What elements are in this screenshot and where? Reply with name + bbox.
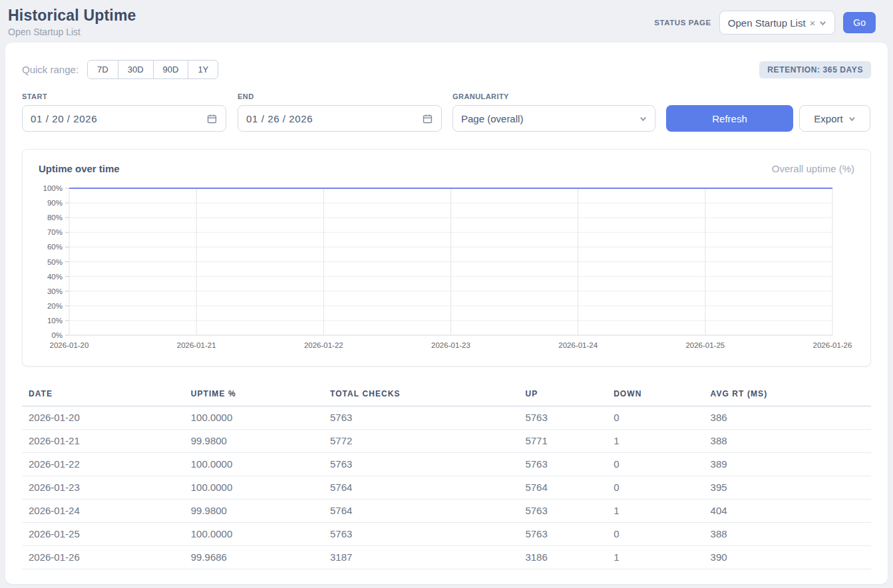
table-cell: 99.9686 (184, 546, 323, 569)
table-cell: 100.0000 (184, 476, 323, 500)
table-cell: 3186 (518, 546, 607, 569)
svg-text:50%: 50% (47, 258, 63, 266)
table-cell: 2026-01-23 (22, 476, 184, 500)
column-header-date: DATE (22, 382, 184, 406)
svg-text:90%: 90% (47, 199, 63, 207)
granularity-select[interactable]: Page (overall) (452, 105, 655, 132)
table-cell: 99.9800 (184, 500, 323, 523)
quick-range-1y-button[interactable]: 1Y (188, 61, 218, 78)
clear-icon[interactable]: × (810, 18, 816, 28)
table-cell: 0 (607, 523, 703, 546)
chart-title: Uptime over time (39, 163, 120, 174)
chevron-down-icon (848, 115, 856, 122)
uptime-table: DATE UPTIME % TOTAL CHECKS UP DOWN AVG R… (22, 382, 871, 569)
svg-text:2026-01-24: 2026-01-24 (558, 341, 598, 349)
table-cell: 3187 (323, 546, 518, 569)
svg-text:2026-01-26: 2026-01-26 (813, 341, 852, 349)
table-row: 2026-01-23100.0000576457640395 (22, 476, 871, 500)
table-cell: 2026-01-21 (22, 430, 184, 453)
refresh-button[interactable]: Refresh (666, 105, 793, 132)
table-cell: 5763 (323, 453, 518, 476)
filters-row: START 01 / 20 / 2026 END 01 / 26 / 2026 … (22, 92, 871, 132)
status-page-select[interactable]: Open Startup List × (719, 11, 836, 35)
table-row: 2026-01-2499.9800576457631404 (22, 500, 871, 523)
top-header: Historical Uptime Open Startup List STAT… (0, 0, 893, 43)
table-cell: 390 (704, 546, 871, 569)
table-cell: 5763 (323, 523, 518, 546)
table-row: 2026-01-25100.0000576357630388 (22, 523, 871, 546)
svg-text:2026-01-23: 2026-01-23 (431, 341, 470, 349)
uptime-line-chart: 0%10%20%30%40%50%60%70%80%90%100%2026-01… (39, 184, 854, 357)
quick-range-row: Quick range: 7D 30D 90D 1Y RETENTION: 36… (22, 60, 871, 79)
table-row: 2026-01-2199.9800577257711388 (22, 430, 871, 453)
table-cell: 5763 (518, 500, 607, 523)
table-cell: 2026-01-22 (22, 453, 184, 476)
uptime-chart-card: Uptime over time Overall uptime (%) 0%10… (22, 149, 871, 367)
column-header-uptime: UPTIME % (184, 382, 323, 406)
start-date-value: 01 / 20 / 2026 (31, 113, 97, 124)
end-date-label: END (238, 92, 441, 100)
go-button[interactable]: Go (843, 12, 876, 33)
status-page-label: STATUS PAGE (654, 19, 711, 27)
svg-text:20%: 20% (47, 302, 63, 310)
quick-range-label: Quick range: (22, 64, 79, 75)
table-row: 2026-01-22100.0000576357630389 (22, 453, 871, 476)
calendar-icon[interactable] (422, 113, 433, 124)
chevron-down-icon (639, 115, 647, 122)
svg-text:30%: 30% (47, 287, 63, 295)
export-button-label: Export (814, 113, 842, 124)
table-row: 2026-01-2699.9686318731861390 (22, 546, 871, 569)
column-header-down: DOWN (607, 382, 703, 406)
table-cell: 1 (607, 430, 703, 453)
quick-range-group: 7D 30D 90D 1Y (87, 60, 218, 79)
export-button[interactable]: Export (799, 105, 870, 132)
header-right: STATUS PAGE Open Startup List × Go (654, 11, 876, 35)
table-cell: 5763 (323, 406, 518, 430)
table-header: DATE UPTIME % TOTAL CHECKS UP DOWN AVG R… (22, 382, 871, 406)
chart-legend: Overall uptime (%) (772, 163, 854, 174)
table-cell: 5764 (323, 500, 518, 523)
table-cell: 5772 (323, 430, 518, 453)
chevron-down-icon (819, 19, 826, 27)
main-panel: Quick range: 7D 30D 90D 1Y RETENTION: 36… (5, 43, 888, 584)
svg-text:40%: 40% (47, 273, 63, 281)
table-cell: 2026-01-25 (22, 523, 184, 546)
chart-canvas: 0%10%20%30%40%50%60%70%80%90%100%2026-01… (39, 184, 854, 354)
table-body: 2026-01-20100.00005763576303862026-01-21… (22, 406, 871, 569)
end-date-input[interactable]: 01 / 26 / 2026 (238, 105, 442, 132)
svg-text:70%: 70% (47, 228, 63, 236)
end-date-field: END 01 / 26 / 2026 (238, 92, 441, 132)
table-cell: 2026-01-26 (22, 546, 184, 569)
calendar-icon[interactable] (206, 113, 218, 124)
table-row: 2026-01-20100.0000576357630386 (22, 406, 871, 430)
table-cell: 404 (704, 500, 871, 523)
quick-range-90d-button[interactable]: 90D (153, 61, 188, 78)
svg-text:100%: 100% (43, 184, 63, 192)
table-cell: 5763 (518, 453, 607, 476)
table-cell: 0 (607, 476, 703, 500)
start-date-input[interactable]: 01 / 20 / 2026 (22, 105, 226, 132)
svg-text:2026-01-22: 2026-01-22 (304, 341, 343, 349)
table-cell: 2026-01-24 (22, 500, 184, 523)
table-cell: 5771 (518, 430, 607, 453)
table-cell: 388 (704, 430, 871, 453)
svg-text:10%: 10% (47, 317, 63, 325)
granularity-label: GRANULARITY (452, 92, 655, 100)
quick-range-30d-button[interactable]: 30D (118, 61, 153, 78)
table-cell: 99.9800 (184, 430, 323, 453)
quick-range-7d-button[interactable]: 7D (88, 61, 118, 78)
chart-header: Uptime over time Overall uptime (%) (39, 163, 854, 174)
svg-text:2026-01-20: 2026-01-20 (50, 341, 89, 349)
table-cell: 100.0000 (184, 523, 323, 546)
page-subtitle: Open Startup List (8, 27, 136, 37)
column-header-avg-rt: AVG RT (MS) (704, 382, 871, 406)
table-cell: 1 (607, 500, 703, 523)
table-cell: 386 (704, 406, 871, 430)
svg-text:2026-01-21: 2026-01-21 (177, 341, 216, 349)
table-cell: 100.0000 (184, 453, 323, 476)
svg-text:80%: 80% (47, 214, 63, 221)
table-cell: 100.0000 (184, 406, 323, 430)
table-cell: 1 (607, 546, 703, 569)
table-cell: 389 (704, 453, 871, 476)
end-date-value: 01 / 26 / 2026 (246, 113, 313, 124)
